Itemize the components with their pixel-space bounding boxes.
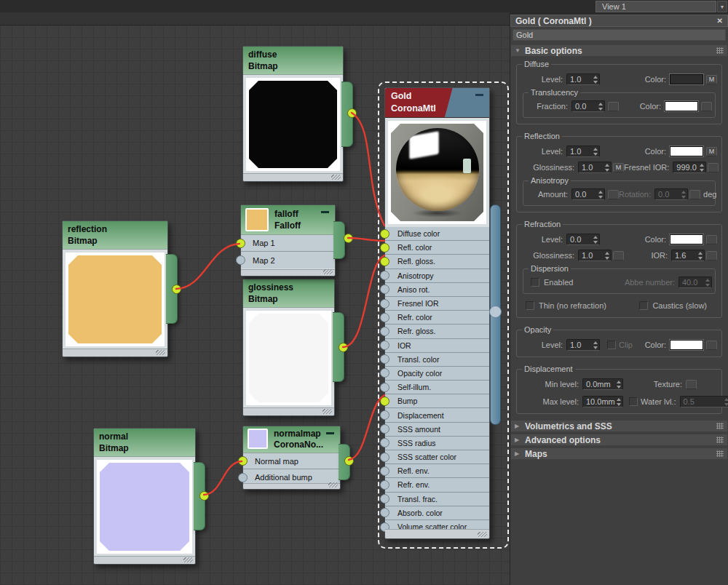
refraction-color-map-button[interactable] — [706, 235, 717, 244]
node-preview[interactable] — [246, 78, 340, 171]
output-socket[interactable] — [199, 491, 209, 501]
translucency-color-map-button[interactable] — [701, 102, 712, 111]
fresnel-ior-map-button[interactable] — [708, 163, 719, 172]
reflection-level-spinner[interactable]: 1.0 — [566, 146, 600, 157]
fraction-map-button[interactable] — [608, 102, 619, 111]
material-input-slot[interactable]: SSS scatter color — [385, 450, 489, 464]
material-input-slot[interactable]: Displacement — [385, 408, 489, 422]
node-preview[interactable] — [66, 252, 165, 346]
material-input-slot[interactable]: Transl. color — [385, 353, 489, 367]
map-input-slot[interactable]: Normal map — [243, 453, 340, 469]
resize-grip-icon[interactable] — [156, 350, 165, 355]
input-socket[interactable] — [380, 383, 389, 392]
resize-grip-icon[interactable] — [328, 482, 338, 488]
amount-map-button[interactable] — [608, 190, 619, 199]
fraction-spinner[interactable]: 0.0 — [571, 100, 605, 112]
amount-spinner[interactable]: 0.0 — [571, 188, 605, 200]
input-socket[interactable] — [380, 229, 389, 239]
water-level-spinner[interactable]: 0.5 — [680, 396, 728, 407]
material-input-slot[interactable]: Refr. color — [385, 311, 489, 325]
material-input-slot[interactable]: Self-illum. — [385, 381, 489, 394]
input-socket[interactable] — [380, 438, 389, 447]
input-socket[interactable] — [380, 453, 389, 462]
input-socket[interactable] — [380, 299, 389, 309]
refraction-glossiness-spinner[interactable]: 1.0 — [578, 250, 612, 261]
rollout-header-collapsed[interactable]: ▶ Advanced options — [510, 434, 728, 446]
opacity-color-swatch[interactable] — [670, 340, 703, 350]
ior-map-button[interactable] — [706, 251, 717, 260]
caustics-checkbox[interactable] — [639, 301, 648, 310]
input-socket[interactable] — [238, 456, 248, 466]
node-scrollbar-thumb[interactable] — [489, 306, 502, 318]
water-level-checkbox[interactable] — [629, 397, 638, 406]
material-input-slot[interactable]: Refr. gloss. — [385, 325, 489, 338]
rollout-header-collapsed[interactable]: ▶ Maps — [510, 447, 728, 460]
material-input-slot[interactable]: Anisotropy — [385, 269, 489, 283]
material-preview[interactable] — [388, 121, 486, 224]
material-input-slot[interactable]: Bump — [385, 394, 489, 408]
material-input-slot[interactable]: SSS amount — [385, 423, 489, 437]
input-socket[interactable] — [380, 508, 389, 517]
input-socket[interactable] — [380, 424, 389, 434]
view-tab[interactable]: View 1 — [596, 1, 716, 12]
minimize-icon[interactable] — [326, 432, 334, 434]
input-socket[interactable] — [380, 494, 389, 504]
input-socket[interactable] — [380, 368, 389, 378]
input-socket[interactable] — [380, 341, 389, 350]
material-input-slot[interactable]: Opacity color — [385, 367, 489, 381]
texture-map-button[interactable] — [686, 380, 697, 389]
output-socket[interactable] — [347, 108, 357, 118]
minimize-icon[interactable] — [475, 94, 483, 96]
node-header[interactable]: reflection Bitmap — [63, 221, 167, 250]
material-input-slot[interactable]: SSS radius — [385, 437, 489, 450]
glossiness-spinner[interactable]: 1.0 — [578, 162, 612, 173]
thin-checkbox[interactable] — [526, 301, 534, 310]
translucency-color-swatch[interactable] — [665, 101, 698, 111]
dispersion-enabled-checkbox[interactable] — [531, 278, 539, 287]
input-socket[interactable] — [380, 466, 389, 476]
input-socket[interactable] — [380, 354, 389, 364]
min-level-spinner[interactable]: 0.0mm — [582, 378, 623, 390]
panel-title-bar[interactable]: Gold ( CoronaMtl ) ✕ — [510, 15, 728, 27]
resize-grip-icon[interactable] — [323, 269, 333, 274]
node-reflection-bitmap[interactable]: reflection Bitmap — [62, 220, 168, 357]
material-input-slot[interactable]: Fresnel IOR — [385, 297, 489, 311]
node-normalmap[interactable]: normalmap CoronaNo... Normal map Additio… — [242, 426, 341, 490]
clip-checkbox[interactable] — [607, 341, 616, 349]
material-input-slot[interactable]: Refl. env. — [385, 464, 489, 478]
node-header[interactable]: normalmap CoronaNo... — [243, 426, 340, 453]
node-falloff[interactable]: falloff Falloff Map 1 Map 2 — [240, 204, 336, 276]
resize-grip-icon[interactable] — [183, 557, 193, 562]
minimize-icon[interactable] — [321, 211, 329, 213]
material-input-slot[interactable]: Refl. color — [385, 241, 489, 255]
node-preview[interactable] — [97, 460, 192, 554]
input-socket[interactable] — [380, 313, 389, 322]
node-glossiness-bitmap[interactable]: glossiness Bitmap — [242, 279, 335, 416]
opacity-level-spinner[interactable]: 1.0 — [566, 339, 600, 351]
input-socket[interactable] — [380, 284, 389, 294]
diffuse-color-map-button[interactable]: M — [706, 75, 717, 84]
output-socket[interactable] — [344, 234, 353, 243]
node-normal-bitmap[interactable]: normal Bitmap — [93, 428, 196, 565]
resize-grip-icon[interactable] — [331, 175, 341, 180]
input-socket[interactable] — [380, 397, 389, 406]
node-header[interactable]: falloff Falloff — [241, 205, 335, 235]
input-socket[interactable] — [380, 327, 389, 336]
input-socket[interactable] — [380, 271, 389, 280]
node-header[interactable]: normal Bitmap — [94, 429, 195, 457]
fresnel-ior-spinner[interactable]: 999.0 — [673, 162, 706, 173]
reflection-color-map-button[interactable]: M — [706, 147, 717, 156]
output-socket[interactable] — [339, 343, 348, 352]
material-name-field[interactable] — [513, 29, 726, 41]
node-gold-coronamtl[interactable]: Gold CoronaMtl Diffuse color Refl. color… — [384, 87, 490, 539]
diffuse-level-spinner[interactable]: 1.0 — [566, 73, 600, 85]
opacity-color-map-button[interactable] — [706, 341, 717, 350]
abbe-number-spinner[interactable]: 40.0 — [678, 276, 712, 288]
refraction-color-swatch[interactable] — [670, 234, 703, 244]
diffuse-color-swatch[interactable] — [670, 74, 703, 84]
max-level-spinner[interactable]: 10.0mm — [582, 396, 623, 407]
map-input-slot[interactable]: Map 1 — [241, 235, 335, 252]
ior-spinner[interactable]: 1.6 — [671, 250, 705, 261]
input-socket[interactable] — [380, 257, 389, 266]
node-header[interactable]: glossiness Bitmap — [243, 279, 334, 308]
